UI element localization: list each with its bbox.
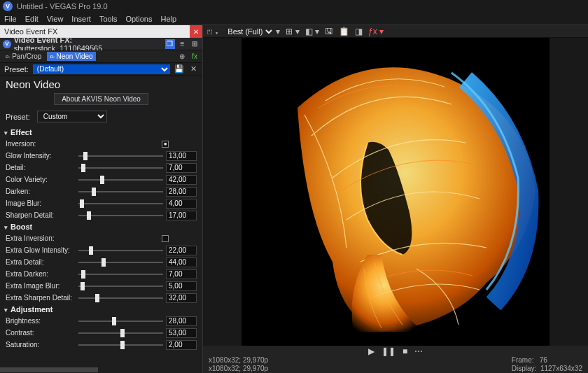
preview-image bbox=[241, 38, 550, 346]
param-label: Color Variety: bbox=[6, 176, 76, 183]
param-label: Extra Image Blur: bbox=[6, 282, 76, 290]
param-boost-0: Extra Inversion: bbox=[0, 232, 202, 244]
param-boost-2: Extra Detail: bbox=[0, 256, 202, 268]
param-label: Brightness: bbox=[6, 317, 76, 325]
group-header-boost[interactable]: Boost bbox=[0, 221, 202, 232]
param-label: Darken: bbox=[6, 188, 76, 195]
param-slider[interactable] bbox=[78, 211, 163, 220]
menu-help[interactable]: Help bbox=[160, 15, 176, 23]
chevron-down-icon bbox=[4, 128, 8, 136]
menu-view[interactable]: View bbox=[47, 15, 64, 23]
menu-file[interactable]: File bbox=[4, 15, 17, 23]
menu-tools[interactable]: Tools bbox=[99, 15, 118, 23]
plugin-preset-select[interactable]: Custom bbox=[37, 111, 107, 122]
param-slider[interactable] bbox=[78, 176, 163, 184]
param-slider[interactable] bbox=[78, 341, 163, 349]
preview-quality-select[interactable]: Best (Full) ▾ bbox=[225, 27, 280, 36]
preview-save-icon[interactable]: 🖫 bbox=[325, 27, 333, 36]
preset-save-icon[interactable]: 💾 bbox=[174, 64, 184, 74]
preset-select[interactable]: (Default) bbox=[33, 64, 170, 74]
video-event-fx-panel: Video Event FX ✕ V Video Event FX: shutt… bbox=[0, 25, 203, 373]
param-value-input[interactable] bbox=[166, 316, 197, 326]
param-label: Detail: bbox=[6, 164, 76, 171]
fx-menu-icon[interactable]: ≡ bbox=[178, 39, 188, 49]
menu-options[interactable]: Options bbox=[126, 15, 153, 23]
playback-controls: ▶ ❚❚ ■ ⋯ bbox=[203, 346, 588, 356]
preview-grid-icon[interactable]: ⊞ ▾ bbox=[286, 27, 299, 36]
group-header-adjustment[interactable]: Adjustment bbox=[0, 304, 202, 315]
param-label: Inversion: bbox=[6, 140, 76, 148]
param-value-input[interactable] bbox=[166, 187, 197, 197]
preview-overlay-icon[interactable]: ◧ ▾ bbox=[305, 27, 319, 36]
plugin-preset-label: Preset: bbox=[6, 113, 30, 121]
param-effect-5: Image Blur: bbox=[0, 197, 202, 209]
menubar: File Edit View Insert Tools Options Help bbox=[0, 13, 588, 25]
preview-panel: ⏍ ▾ Best (Full) ▾ ⊞ ▾ ◧ ▾ 🖫 📋 ◨ ƒx ▾ bbox=[203, 25, 588, 373]
fx-bypass-toggle[interactable]: ❐ bbox=[165, 39, 175, 49]
param-value-input[interactable] bbox=[166, 293, 197, 303]
param-slider[interactable] bbox=[78, 188, 163, 196]
playback-more-icon[interactable]: ⋯ bbox=[414, 346, 423, 356]
chain-add-icon[interactable]: ⊕ bbox=[177, 52, 187, 62]
param-adjustment-0: Brightness: bbox=[0, 315, 202, 327]
preview-clipboard-icon[interactable]: 📋 bbox=[339, 27, 349, 36]
param-slider[interactable] bbox=[78, 282, 163, 290]
stop-icon[interactable]: ■ bbox=[402, 346, 407, 356]
param-boost-1: Extra Glow Intensity: bbox=[0, 244, 202, 256]
param-value-input[interactable] bbox=[166, 246, 197, 255]
param-value-input[interactable] bbox=[166, 151, 197, 161]
param-value-input[interactable] bbox=[166, 258, 197, 267]
v-scrollbar[interactable] bbox=[195, 25, 202, 366]
param-label: Sharpen Detail: bbox=[6, 211, 76, 219]
param-slider[interactable] bbox=[78, 152, 163, 160]
param-value-input[interactable] bbox=[166, 175, 197, 185]
param-value-input[interactable] bbox=[166, 281, 197, 291]
play-icon[interactable]: ▶ bbox=[368, 346, 374, 356]
param-effect-6: Sharpen Detail: bbox=[0, 209, 202, 221]
status-right: Frame: 76 Display: 1127x634x32 bbox=[512, 356, 582, 373]
param-slider[interactable] bbox=[78, 317, 163, 325]
preset-label: Preset: bbox=[4, 65, 29, 73]
param-effect-3: Color Variety: bbox=[0, 174, 202, 185]
param-label: Image Blur: bbox=[6, 199, 76, 207]
param-boost-3: Extra Darken: bbox=[0, 268, 202, 280]
param-value-input[interactable] bbox=[166, 269, 197, 279]
param-slider[interactable] bbox=[78, 199, 163, 208]
param-value-input[interactable] bbox=[166, 340, 197, 350]
param-adjustment-2: Saturation: bbox=[0, 339, 202, 351]
param-slider[interactable] bbox=[78, 329, 163, 337]
status-left: x1080x32; 29,970p x1080x32; 29,970p bbox=[209, 356, 268, 373]
pause-icon[interactable]: ❚❚ bbox=[382, 346, 396, 356]
param-value-input[interactable] bbox=[166, 199, 197, 209]
param-checkbox[interactable] bbox=[162, 235, 169, 242]
param-boost-5: Extra Sharpen Detail: bbox=[0, 292, 202, 304]
about-button[interactable]: About AKVIS Neon Video bbox=[54, 93, 148, 105]
param-slider[interactable] bbox=[78, 270, 163, 279]
param-label: Extra Darken: bbox=[6, 270, 76, 278]
fx-logo-icon: V bbox=[3, 40, 11, 48]
preview-statusbar: x1080x32; 29,970p x1080x32; 29,970p Fram… bbox=[203, 356, 588, 373]
chain-neonvideo[interactable]: o-Neon Video bbox=[47, 52, 95, 61]
chain-pancrop[interactable]: o-Pan/Crop bbox=[3, 52, 44, 61]
param-label: Extra Inversion: bbox=[6, 234, 76, 242]
menu-edit[interactable]: Edit bbox=[25, 15, 38, 23]
param-value-input[interactable] bbox=[166, 163, 197, 173]
param-label: Extra Glow Intensity: bbox=[6, 246, 76, 254]
param-value-input[interactable] bbox=[166, 211, 197, 220]
app-titlebar: V Untitled - VEGAS Pro 19.0 bbox=[0, 0, 588, 13]
param-checkbox[interactable] bbox=[162, 141, 169, 148]
preview-fx-icon[interactable]: ƒx ▾ bbox=[368, 27, 384, 36]
preview-external-icon[interactable]: ⏍ ▾ bbox=[207, 27, 219, 36]
preview-split-icon[interactable]: ◨ bbox=[355, 27, 363, 36]
param-slider[interactable] bbox=[78, 164, 163, 172]
param-slider[interactable] bbox=[78, 294, 163, 302]
chevron-down-icon bbox=[4, 305, 8, 314]
h-scrollbar[interactable] bbox=[0, 366, 195, 373]
param-slider[interactable] bbox=[78, 246, 163, 255]
group-header-effect[interactable]: Effect bbox=[0, 127, 202, 138]
param-slider[interactable] bbox=[78, 258, 163, 267]
param-value-input[interactable] bbox=[166, 328, 197, 338]
fx-chain-row: o-Pan/Crop o-Neon Video ⊕ fx bbox=[0, 50, 202, 63]
menu-insert[interactable]: Insert bbox=[71, 15, 91, 23]
window-title: Untitled - VEGAS Pro 19.0 bbox=[17, 2, 108, 10]
